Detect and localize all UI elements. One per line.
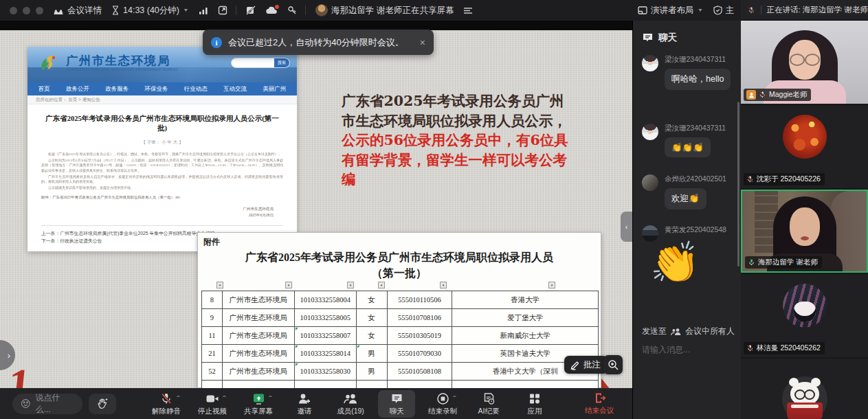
unmute-button[interactable]: ⌃ 解除静音 bbox=[148, 390, 185, 418]
chat-message-input[interactable] bbox=[642, 345, 733, 354]
stop-recording-button[interactable]: ⌃ 结束录制 bbox=[424, 390, 461, 418]
security-key-button[interactable] bbox=[287, 5, 297, 15]
right-panel-collapse-handle[interactable]: ‹ bbox=[621, 212, 632, 242]
participant-name-label: Maggie老师 bbox=[744, 89, 811, 101]
attachment-spreadsheet: 附件 广东省2025年考试录用公务员广州市生态环境局职位拟录用人员 （第一批） … bbox=[197, 232, 601, 388]
video-tile-lin[interactable]: 林洁曼 2520405262 bbox=[741, 274, 868, 357]
site-search-button[interactable]: 搜索 bbox=[274, 58, 289, 67]
divider bbox=[761, 5, 761, 14]
host-tools-label: 主 bbox=[726, 5, 735, 16]
stop-video-label: 停止视频 bbox=[198, 407, 227, 416]
chevron-up-icon[interactable]: ⌃ bbox=[452, 395, 458, 401]
share-list-button[interactable] bbox=[463, 7, 473, 14]
recruit-table: 8广州市生态环境局10103332558004女555010110506香港大学… bbox=[201, 291, 599, 388]
invite-button[interactable]: 邀请 bbox=[286, 390, 323, 418]
apps-grid-icon bbox=[528, 392, 541, 405]
meeting-details-button[interactable]: 会议详情 bbox=[53, 5, 102, 16]
magnifier-zoom-button[interactable] bbox=[603, 355, 623, 374]
table-row: 21广州市生态环境局10103332558014男555010709030英国卡… bbox=[202, 345, 599, 363]
members-button[interactable]: 成员(19) bbox=[332, 390, 369, 418]
ai-summary-button[interactable]: AI纪要 bbox=[470, 390, 507, 418]
meeting-time-label: 14:33 (40分钟) bbox=[123, 5, 179, 16]
nav-item-home[interactable]: 首页 bbox=[38, 85, 50, 93]
annotate-button[interactable]: 批注 bbox=[564, 356, 608, 374]
nav-item-gov-service[interactable]: 政务服务 bbox=[105, 85, 129, 93]
filter-dropdown-button[interactable]: ▾ bbox=[548, 282, 555, 288]
chat-message: 黄荣发2520402548 👏 bbox=[642, 225, 735, 283]
notice-paragraph: 根据《广东省2025年考试录用公务员公告》，经笔试、面试、体检、考察等环节，现将… bbox=[41, 152, 283, 157]
chat-label: 聊天 bbox=[390, 407, 404, 416]
font-size-switcher[interactable]: 【 字体： 小 中 大 】 bbox=[41, 139, 283, 146]
chat-button[interactable]: 聊天 bbox=[378, 390, 415, 418]
filter-dropdown-button[interactable]: ▾ bbox=[347, 282, 354, 288]
video-tile-xie-active-speaker[interactable]: 海那边留学 谢老师 bbox=[741, 190, 868, 273]
nav-item-interaction[interactable]: 互动交流 bbox=[223, 85, 247, 93]
table-row: 9广州市生态环境局10103332558005女555010708106爱丁堡大… bbox=[202, 309, 599, 327]
chevron-up-icon[interactable]: ⌃ bbox=[221, 395, 227, 401]
chat-icon bbox=[390, 392, 403, 405]
share-screen-button[interactable]: ⌃ 共享屏幕 bbox=[240, 390, 277, 418]
breadcrumb: 您所在的位置： 首页 > 通知公告 bbox=[27, 95, 297, 104]
nav-item-industry-news[interactable]: 行业动态 bbox=[184, 85, 208, 93]
sheet-attachment-label: 附件 bbox=[203, 236, 220, 248]
presenter-sharing-label: 海那边留学 谢老师正在共享屏幕 bbox=[331, 5, 454, 16]
stop-video-button[interactable]: ⌃ 停止视频 bbox=[194, 390, 231, 418]
avatar bbox=[782, 376, 827, 419]
meeting-timer[interactable]: 14:33 (40分钟) ▼ bbox=[111, 5, 189, 16]
video-tile-maggie[interactable]: Maggie老师 bbox=[741, 21, 868, 104]
nav-item-env-business[interactable]: 环保业务 bbox=[144, 85, 168, 93]
chat-send-to-row[interactable]: 发送至 会议中所有人 bbox=[642, 326, 735, 337]
nav-item-beautiful-gz[interactable]: 美丽广州 bbox=[263, 85, 286, 93]
site-title-en: GUANGZHOU MUNICIPAL ECOLOGICAL ENVIRONME… bbox=[67, 68, 178, 71]
window-minimize-button[interactable] bbox=[23, 7, 30, 14]
members-icon bbox=[344, 392, 358, 405]
attachment-download-link[interactable]: 附件：广东省2025年考试录用公务员广州市生态环境局职位拟录用人员（第一批）.x… bbox=[41, 195, 283, 200]
chevron-up-icon[interactable]: ⌃ bbox=[267, 395, 274, 401]
chat-scrollbar[interactable] bbox=[737, 102, 739, 267]
open-in-window-button[interactable] bbox=[218, 5, 227, 15]
quick-chat-pill[interactable]: 说点什么... bbox=[12, 394, 82, 414]
site-nav-bar: 首页 政务公开 政务服务 环保业务 行业动态 互动交流 美丽广州 bbox=[27, 82, 297, 95]
chevron-up-icon[interactable]: ⌃ bbox=[175, 395, 181, 401]
window-close-button[interactable] bbox=[10, 7, 17, 14]
layout-switch-button[interactable]: 演讲者布局 ▼ bbox=[638, 5, 703, 16]
smiley-icon bbox=[21, 398, 31, 409]
speaking-label: 正在讲话: 海那边留学 谢老师 bbox=[766, 5, 868, 15]
annotate-label: 批注 bbox=[583, 359, 601, 371]
meeting-security-button[interactable]: 主 bbox=[713, 5, 735, 16]
video-tile-bear[interactable] bbox=[741, 359, 868, 419]
table-row-partial bbox=[202, 381, 599, 389]
mic-muted-icon bbox=[160, 392, 173, 405]
chat-message: 余烨欣2420402501 欢迎👏 bbox=[642, 174, 735, 210]
filter-dropdown-button[interactable]: ▾ bbox=[216, 282, 223, 288]
window-zoom-button[interactable] bbox=[36, 7, 43, 14]
raise-hand-button[interactable] bbox=[89, 394, 116, 414]
toolbar-center-group: ⌃ 解除静音 ⌃ 停止视频 ⌃ 共享屏幕 邀请 成员(19) bbox=[148, 390, 553, 418]
chat-sender-name: 梁汝珊2340437311 bbox=[665, 124, 735, 133]
network-status-button[interactable] bbox=[199, 6, 208, 15]
filter-dropdown-button[interactable]: ▾ bbox=[378, 282, 385, 288]
end-meeting-button[interactable]: 结束会议 bbox=[579, 392, 620, 416]
annotation-disabled-button[interactable]: o bbox=[246, 5, 256, 15]
avatar bbox=[642, 174, 658, 191]
cloud-record-status-button[interactable] bbox=[266, 6, 278, 14]
invite-label: 邀请 bbox=[298, 407, 312, 416]
annotation-dark-part: 广东省2025年考试录用公务员广州市生态环境局职位拟录用人员公示， bbox=[342, 93, 567, 129]
nav-item-gov-open[interactable]: 政务公开 bbox=[66, 85, 89, 93]
notification-text: 会议已超过2人，自动转为40分钟限时会议。 bbox=[228, 36, 404, 49]
chat-big-emoji: 👏 bbox=[650, 242, 735, 283]
filter-dropdown-button[interactable]: ▾ bbox=[440, 282, 447, 288]
chat-bubble: 👏👏👏 bbox=[665, 137, 711, 157]
filter-dropdown-button[interactable]: ▾ bbox=[285, 282, 292, 288]
mic-muted-icon bbox=[746, 175, 754, 183]
video-tile-shen[interactable]: 沈彩于 2520405226 bbox=[741, 105, 868, 188]
divider bbox=[305, 5, 306, 15]
signature-date: 2025年6月28日 bbox=[41, 212, 274, 218]
avatar bbox=[783, 284, 827, 328]
send-to-target[interactable]: 会议中所有人 bbox=[685, 326, 735, 337]
apps-button[interactable]: 应用 bbox=[516, 390, 553, 418]
site-search-box[interactable]: 搜索 bbox=[231, 58, 290, 68]
mic-active-icon bbox=[748, 258, 755, 267]
site-title: 广州市生态环境局 bbox=[66, 53, 170, 69]
notification-close-button[interactable]: × bbox=[420, 37, 425, 48]
